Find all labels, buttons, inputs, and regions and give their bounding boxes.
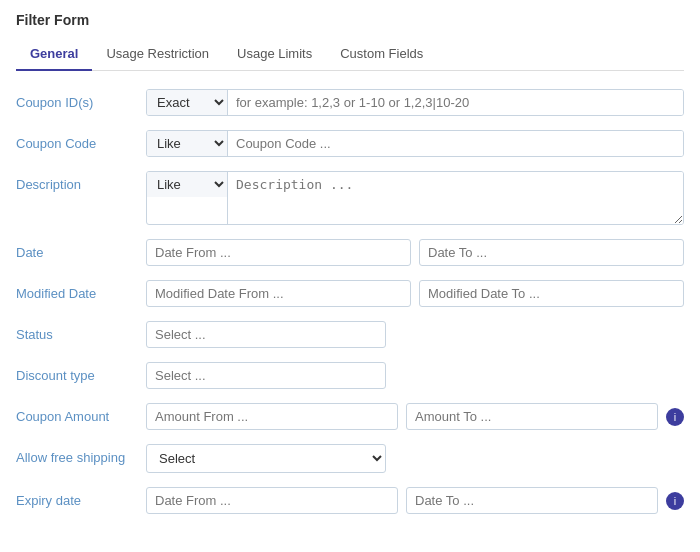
coupon-code-label: Coupon Code (16, 130, 146, 151)
coupon-id-row: Coupon ID(s) Exact Like Not Like (16, 89, 684, 116)
coupon-amount-label: Coupon Amount (16, 403, 146, 424)
free-shipping-controls: Select Yes No (146, 444, 684, 473)
coupon-id-select[interactable]: Exact Like Not Like (147, 90, 227, 115)
expiry-date-info-icon[interactable]: i (666, 492, 684, 510)
expiry-date-row: Expiry date i (16, 487, 684, 514)
description-input-group: Exact Like Not Like (146, 171, 684, 225)
date-inputs (146, 239, 684, 266)
expiry-date-to-input[interactable] (406, 487, 658, 514)
coupon-id-input[interactable] (227, 90, 683, 115)
modified-date-from-input[interactable] (146, 280, 411, 307)
date-to-input[interactable] (419, 239, 684, 266)
status-row: Status (16, 321, 684, 348)
coupon-code-input[interactable] (227, 131, 683, 156)
modified-date-controls (146, 280, 684, 307)
free-shipping-row: Allow free shipping Select Yes No (16, 444, 684, 473)
description-textarea[interactable] (227, 172, 683, 224)
modified-date-to-input[interactable] (419, 280, 684, 307)
date-row: Date (16, 239, 684, 266)
modified-date-inputs (146, 280, 684, 307)
expiry-date-inputs-group: i (146, 487, 684, 514)
form-title: Filter Form (16, 12, 684, 28)
discount-type-label: Discount type (16, 362, 146, 383)
tab-usage-limits[interactable]: Usage Limits (223, 38, 326, 71)
coupon-amount-from-input[interactable] (146, 403, 398, 430)
modified-date-label: Modified Date (16, 280, 146, 301)
coupon-code-controls: Exact Like Not Like (146, 130, 684, 157)
date-label: Date (16, 239, 146, 260)
coupon-code-input-group: Exact Like Not Like (146, 130, 684, 157)
tab-usage-restriction[interactable]: Usage Restriction (92, 38, 223, 71)
tab-custom-fields[interactable]: Custom Fields (326, 38, 437, 71)
free-shipping-label: Allow free shipping (16, 444, 146, 465)
coupon-id-controls: Exact Like Not Like (146, 89, 684, 116)
status-input[interactable] (146, 321, 386, 348)
coupon-code-row: Coupon Code Exact Like Not Like (16, 130, 684, 157)
date-controls (146, 239, 684, 266)
date-from-input[interactable] (146, 239, 411, 266)
expiry-date-controls: i (146, 487, 684, 514)
coupon-amount-info-icon[interactable]: i (666, 408, 684, 426)
expiry-date-from-input[interactable] (146, 487, 398, 514)
tab-bar: General Usage Restriction Usage Limits C… (16, 38, 684, 71)
coupon-amount-inputs-group: i (146, 403, 684, 430)
expiry-date-label: Expiry date (16, 487, 146, 508)
description-controls: Exact Like Not Like (146, 171, 684, 225)
coupon-amount-row: Coupon Amount i (16, 403, 684, 430)
coupon-code-select[interactable]: Exact Like Not Like (147, 131, 227, 156)
coupon-amount-controls: i (146, 403, 684, 430)
discount-type-controls (146, 362, 684, 389)
description-row: Description Exact Like Not Like (16, 171, 684, 225)
discount-type-row: Discount type (16, 362, 684, 389)
coupon-id-label: Coupon ID(s) (16, 89, 146, 110)
description-label: Description (16, 171, 146, 192)
description-select[interactable]: Exact Like Not Like (147, 172, 227, 197)
coupon-amount-to-input[interactable] (406, 403, 658, 430)
discount-type-input[interactable] (146, 362, 386, 389)
tab-general[interactable]: General (16, 38, 92, 71)
free-shipping-select[interactable]: Select Yes No (146, 444, 386, 473)
status-label: Status (16, 321, 146, 342)
coupon-id-input-group: Exact Like Not Like (146, 89, 684, 116)
status-controls (146, 321, 684, 348)
modified-date-row: Modified Date (16, 280, 684, 307)
